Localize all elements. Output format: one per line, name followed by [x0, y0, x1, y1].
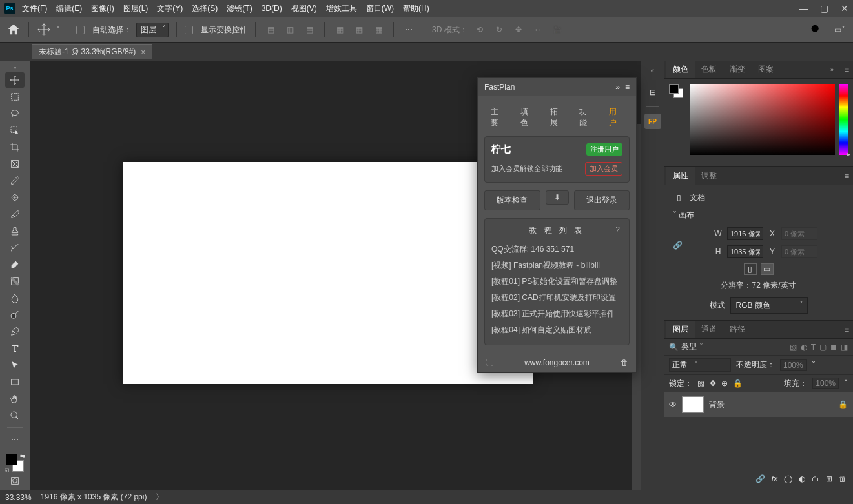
tab-adjustments[interactable]: 调整	[695, 167, 723, 185]
menu-image[interactable]: 图像(I)	[91, 3, 114, 14]
fastplan-menu-icon[interactable]: ≡	[625, 83, 630, 92]
canvas-section-header[interactable]: 画布	[673, 210, 844, 221]
fastplan-collapse-icon[interactable]: »	[615, 83, 620, 92]
tutorial-link[interactable]: [教程04] 如何自定义贴图材质	[491, 322, 622, 338]
lock-position-icon[interactable]: ✥	[710, 379, 716, 388]
filter-pixel-icon[interactable]: ▧	[790, 343, 797, 352]
group-icon[interactable]: 🗀	[812, 474, 819, 483]
opacity-input[interactable]: 100%	[780, 359, 807, 371]
panel-collapse-icon[interactable]: »	[830, 66, 834, 73]
fill-input[interactable]: 100%	[812, 378, 839, 389]
menu-help[interactable]: 帮助(H)	[403, 3, 429, 14]
move-tool-icon[interactable]	[37, 23, 51, 37]
tab-layers[interactable]: 图层	[666, 321, 695, 338]
eraser-tool[interactable]	[5, 257, 25, 272]
healing-tool[interactable]	[5, 190, 25, 205]
tab-gradients[interactable]: 渐变	[723, 61, 752, 78]
color-swatch[interactable]: ⇆ ◱	[6, 454, 24, 472]
height-input[interactable]	[727, 245, 763, 258]
filter-type-icon[interactable]: T	[811, 343, 816, 352]
align-bottom-icon[interactable]: ▦	[371, 23, 385, 37]
fp-tab-user[interactable]: 用户	[602, 104, 630, 131]
dock-slider-icon[interactable]: ⊟	[644, 85, 661, 100]
orientation-portrait[interactable]: ▯	[744, 263, 757, 275]
default-colors-icon[interactable]: ◱	[5, 467, 10, 473]
menu-filter[interactable]: 滤镜(T)	[227, 3, 252, 14]
pen-tool[interactable]	[5, 324, 25, 339]
workspace-icon[interactable]: ▭˅	[832, 23, 847, 37]
swap-colors-icon[interactable]: ⇆	[20, 452, 25, 459]
layer-name[interactable]: 背景	[709, 399, 725, 410]
visibility-icon[interactable]: 👁	[669, 400, 677, 409]
doc-dimensions-readout[interactable]: 1916 像素 x 1035 像素 (72 ppi)	[41, 492, 147, 503]
tab-swatches[interactable]: 色板	[695, 61, 723, 78]
align-right-icon[interactable]: ▤	[302, 23, 316, 37]
status-chevron-icon[interactable]: 〉	[156, 492, 163, 503]
auto-select-checkbox[interactable]	[76, 26, 85, 34]
fastplan-dock-button[interactable]: FP	[644, 114, 661, 129]
object-select-tool[interactable]	[5, 123, 25, 138]
fp-tab-extend[interactable]: 拓展	[544, 104, 571, 131]
expand-icon[interactable]: ⛶	[486, 358, 493, 367]
filter-smart-icon[interactable]: ◼	[830, 343, 837, 352]
rectangle-tool[interactable]	[5, 374, 25, 390]
search-icon[interactable]	[809, 23, 823, 37]
color-picker[interactable]	[690, 84, 835, 155]
adjustment-layer-icon[interactable]: ◐	[799, 474, 805, 483]
filter-toggle-icon[interactable]: ◨	[841, 343, 848, 352]
fastplan-version-check-button[interactable]: 版本检查	[484, 190, 540, 210]
show-transform-checkbox[interactable]	[185, 26, 193, 34]
hue-slider[interactable]	[839, 84, 848, 155]
align-top-icon[interactable]: ▦	[333, 23, 347, 37]
tab-patterns[interactable]: 图案	[752, 61, 780, 78]
delete-layer-icon[interactable]: 🗑	[839, 474, 847, 483]
path-select-tool[interactable]	[5, 358, 25, 373]
tutorial-link[interactable]: [视频] Fastplan视频教程 - bilibili	[491, 257, 622, 274]
window-minimize-icon[interactable]: —	[799, 4, 808, 13]
align-center-h-icon[interactable]: ▥	[283, 23, 297, 37]
color-mode-select[interactable]: RGB 颜色	[730, 297, 808, 314]
foreground-color[interactable]	[6, 454, 17, 465]
menu-layer[interactable]: 图层(L)	[123, 3, 149, 14]
lock-pixels-icon[interactable]: ▧	[697, 379, 704, 388]
home-icon[interactable]	[6, 23, 21, 37]
lock-artboard-icon[interactable]: ⊕	[721, 379, 728, 388]
new-layer-icon[interactable]: ⊞	[826, 474, 832, 483]
trash-icon[interactable]: 🗑	[621, 358, 628, 367]
stamp-tool[interactable]	[5, 223, 25, 239]
document-canvas[interactable]	[123, 162, 533, 384]
help-icon[interactable]: ?	[615, 225, 622, 234]
align-middle-v-icon[interactable]: ▦	[352, 23, 366, 37]
blend-mode-select[interactable]: 正常 ˅	[669, 358, 731, 372]
panel-menu-icon[interactable]: ≡	[845, 172, 849, 181]
tutorial-link[interactable]: [教程01] PS初始化设置和暂存盘调整	[491, 274, 622, 290]
tutorial-link[interactable]: [教程02] CAD打印机安装及打印设置	[491, 290, 622, 306]
fastplan-logout-button[interactable]: 退出登录	[574, 190, 630, 210]
fastplan-url[interactable]: www.fongocer.com	[493, 358, 621, 367]
fp-tab-fill[interactable]: 填色	[514, 104, 541, 131]
link-dimensions-icon[interactable]: 🔗	[673, 241, 683, 250]
orientation-landscape[interactable]: ▭	[761, 263, 774, 275]
menu-edit[interactable]: 编辑(E)	[56, 3, 82, 14]
layer-thumbnail[interactable]	[682, 396, 704, 413]
layer-row[interactable]: 👁 背景 🔒	[664, 392, 853, 417]
marquee-tool[interactable]	[5, 89, 25, 105]
fp-tab-main[interactable]: 主要	[484, 104, 511, 131]
history-brush-tool[interactable]	[5, 240, 25, 256]
lock-all-icon[interactable]: 🔒	[733, 379, 743, 388]
fastplan-download-button[interactable]: ⬇	[546, 190, 569, 205]
dock-collapse-icon[interactable]: «	[651, 67, 655, 74]
menu-window[interactable]: 窗口(W)	[366, 3, 394, 14]
frame-tool[interactable]	[5, 156, 25, 172]
panel-menu-icon[interactable]: ≡	[845, 325, 849, 334]
type-tool[interactable]	[5, 341, 25, 356]
color-panel-swatch[interactable]	[669, 84, 683, 98]
close-tab-icon[interactable]: ×	[141, 48, 145, 57]
crop-tool[interactable]	[5, 139, 25, 155]
layer-fx-icon[interactable]: fx	[772, 474, 777, 483]
menu-plugins[interactable]: 增效工具	[326, 3, 357, 14]
dodge-tool[interactable]	[5, 307, 25, 323]
menu-view[interactable]: 视图(V)	[291, 3, 317, 14]
document-tab[interactable]: 未标题-1 @ 33.3%(RGB/8#) ×	[32, 44, 152, 59]
auto-select-target[interactable]: 图层	[136, 23, 169, 37]
